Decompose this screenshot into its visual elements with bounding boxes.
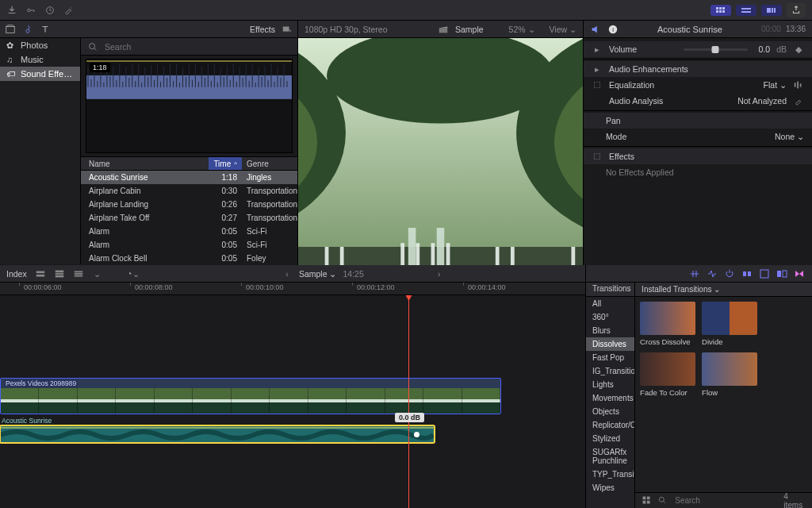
audio-skim-icon[interactable] bbox=[706, 267, 718, 280]
toggle-timeline-icon[interactable] bbox=[736, 5, 756, 16]
audio-clip-label: Acoustic Sunrise bbox=[2, 417, 52, 425]
fade-handle[interactable] bbox=[414, 432, 419, 437]
db-tag: 0.0 dB bbox=[395, 413, 424, 422]
eq-editor-icon[interactable] bbox=[793, 79, 804, 90]
keyframe-icon[interactable]: ◆ bbox=[793, 44, 804, 55]
analysis-value: Not Analyzed bbox=[737, 96, 787, 106]
media-row[interactable]: Alarm0:05Sci-Fi bbox=[81, 225, 297, 238]
nav-prev-icon[interactable]: ‹ bbox=[282, 268, 293, 279]
svg-rect-38 bbox=[36, 274, 44, 276]
enhance-icon[interactable] bbox=[63, 5, 75, 16]
volume-slider[interactable] bbox=[684, 48, 747, 51]
transition-item[interactable]: Fade To Color bbox=[640, 352, 695, 397]
transitions-search-input[interactable] bbox=[673, 495, 777, 506]
transition-item[interactable]: Flow bbox=[702, 352, 757, 397]
media-row[interactable]: Airplane Take Off0:27Transportation bbox=[81, 211, 297, 225]
transition-category[interactable]: Lights bbox=[586, 378, 634, 391]
svg-rect-39 bbox=[55, 270, 63, 272]
svg-rect-9 bbox=[741, 11, 751, 13]
toggle-inspector-icon[interactable] bbox=[761, 5, 782, 16]
tl-transitions-icon[interactable] bbox=[776, 267, 788, 280]
view-menu[interactable]: View ⌄ bbox=[550, 25, 577, 34]
installed-transitions-label[interactable]: Installed Transitions ⌄ bbox=[642, 285, 806, 294]
skimming-icon[interactable] bbox=[688, 267, 701, 280]
transition-category[interactable]: Blurs bbox=[586, 324, 634, 337]
col-time[interactable]: Time^ bbox=[209, 157, 242, 170]
timeline-tracks[interactable]: Pexels Videos 2098989 Acoustic Sunrise 0… bbox=[0, 295, 585, 508]
transition-category[interactable]: Replicator/Clones bbox=[586, 418, 634, 432]
analyze-icon[interactable] bbox=[793, 95, 804, 106]
media-row[interactable]: Alarm0:05Sci-Fi bbox=[81, 238, 297, 252]
audio-clip[interactable] bbox=[0, 425, 435, 443]
audio-preview-waveform[interactable]: 1:18 bbox=[86, 59, 293, 153]
transition-category[interactable]: Fast Pop bbox=[586, 351, 634, 364]
col-name[interactable]: Name bbox=[81, 160, 209, 168]
transition-item[interactable]: Divide bbox=[702, 302, 757, 346]
playhead[interactable] bbox=[408, 295, 409, 508]
tl-layout2-icon[interactable] bbox=[54, 268, 65, 279]
transition-category[interactable]: SUGARfx Punchline bbox=[586, 445, 634, 468]
svg-rect-5 bbox=[716, 10, 718, 13]
library-icon[interactable] bbox=[5, 24, 16, 35]
transition-category[interactable]: Wipes bbox=[586, 481, 634, 495]
viewer-zoom[interactable]: 52% ⌄ bbox=[509, 25, 535, 34]
import-icon[interactable] bbox=[6, 5, 17, 16]
tl-toggle-icon[interactable] bbox=[793, 267, 806, 280]
transition-category[interactable]: TYP_Transitions bbox=[586, 468, 634, 481]
toggle-browser-icon[interactable] bbox=[710, 5, 731, 16]
share-icon[interactable] bbox=[787, 3, 806, 17]
tl-layout3-icon[interactable] bbox=[73, 268, 84, 279]
sidebar-item-music[interactable]: ♫ Music bbox=[0, 52, 80, 67]
mode-label: Mode bbox=[606, 132, 768, 141]
titles-icon[interactable] bbox=[40, 24, 51, 35]
media-row[interactable]: Airplane Landing0:26Transportation bbox=[81, 198, 297, 211]
inspector-title: Acoustic Sunrise bbox=[625, 25, 755, 34]
mode-value[interactable]: None ⌄ bbox=[775, 132, 804, 141]
sidebar-item-sound-effects[interactable]: 🏷 Sound Effe… bbox=[0, 67, 80, 81]
tl-effects-icon[interactable] bbox=[758, 267, 771, 280]
effects-checkbox[interactable]: ☐ bbox=[592, 151, 603, 162]
eq-checkbox[interactable]: ☐ bbox=[592, 79, 603, 90]
audio-inspector-icon[interactable] bbox=[590, 24, 601, 35]
snapping-icon[interactable] bbox=[741, 267, 753, 280]
volume-value[interactable]: 0.0 bbox=[759, 44, 771, 54]
bg-tasks-icon[interactable] bbox=[44, 5, 56, 16]
tl-layout4-icon[interactable]: ⌄ bbox=[92, 268, 103, 279]
sidebar-item-photos[interactable]: ✿ Photos bbox=[0, 38, 80, 52]
transition-category[interactable]: Dissolves bbox=[586, 337, 634, 351]
tl-layout1-icon[interactable] bbox=[35, 268, 46, 279]
solo-icon[interactable] bbox=[723, 267, 736, 280]
nav-next-icon[interactable]: › bbox=[434, 268, 445, 279]
timeline-ruler[interactable]: 00:00:06:0000:00:08:0000:00:10:0000:00:1… bbox=[0, 283, 585, 295]
photos-media-icon[interactable] bbox=[22, 24, 33, 35]
media-row[interactable]: Airplane Cabin0:30Transportation bbox=[81, 184, 297, 198]
transition-category[interactable]: IG_Transitions bbox=[586, 364, 634, 378]
info-inspector-icon[interactable]: i bbox=[607, 24, 619, 35]
transition-category[interactable]: 360° bbox=[586, 310, 634, 324]
transition-category[interactable]: Objects bbox=[586, 405, 634, 418]
select-tool-icon[interactable]: ⌄ bbox=[128, 268, 140, 279]
ruler-label: 00:00:14:00 bbox=[468, 283, 506, 291]
transition-category[interactable]: Stylized bbox=[586, 432, 634, 445]
timeline-project[interactable]: Sample ⌄ bbox=[299, 269, 337, 279]
index-button[interactable]: Index bbox=[6, 269, 27, 279]
search-icon bbox=[657, 495, 667, 506]
video-clip[interactable]: Pexels Videos 2098989 bbox=[0, 378, 501, 414]
col-genre[interactable]: Genre bbox=[242, 160, 297, 168]
svg-rect-47 bbox=[748, 271, 751, 276]
media-row[interactable]: Acoustic Sunrise1:18Jingles bbox=[81, 171, 297, 184]
effects-dropdown-icon[interactable] bbox=[282, 24, 293, 35]
svg-rect-2 bbox=[716, 7, 718, 10]
media-row[interactable]: Alarm Clock Bell0:05Foley bbox=[81, 252, 297, 264]
transition-category[interactable]: Movements bbox=[586, 391, 634, 405]
enh-group-icon[interactable]: ▸ bbox=[592, 64, 603, 75]
viewer-clapper-icon bbox=[438, 24, 449, 35]
transition-category[interactable]: All bbox=[586, 297, 634, 310]
transition-item[interactable]: Cross Dissolve bbox=[640, 302, 695, 346]
browser-search-input[interactable] bbox=[103, 41, 291, 52]
keyword-icon[interactable] bbox=[25, 5, 36, 16]
grid-view-icon[interactable] bbox=[642, 495, 651, 506]
media-list[interactable]: Acoustic Sunrise1:18JinglesAirplane Cabi… bbox=[81, 171, 297, 264]
volume-group-icon[interactable]: ▸ bbox=[592, 44, 603, 55]
eq-value[interactable]: Flat ⌄ bbox=[764, 80, 787, 90]
